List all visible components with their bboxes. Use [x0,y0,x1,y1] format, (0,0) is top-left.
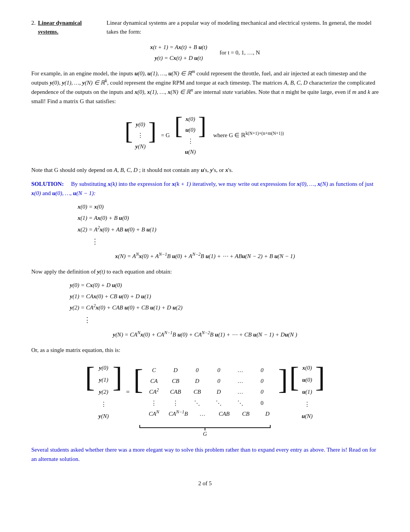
y2-eq: y(2) = CA2x(0) + CAB u(0) + CB u(1) + D … [70,303,379,312]
rhs-left-bracket: [ [175,114,183,158]
big-equals: = [126,387,129,397]
x2-eq: x(2) = A2x(0) + AB u(0) + B u(1) [78,225,379,234]
underbrace-line [139,425,271,428]
sys-row5: CAN CAN−1B … CAB CB D [147,410,274,418]
big-yN: y(N) [97,412,110,421]
c15: … [234,366,247,375]
big-y2: y(2) [97,388,110,396]
c52: CAN−1B [169,410,188,418]
y-equations: y(0) = Cx(0) + D u(0) y(1) = CAx(0) + CB… [70,281,379,326]
c14: 0 [212,366,226,375]
solution-text: By substituting x(k) into the expression… [31,181,373,196]
where-text: where G ∈ ℝk(N+1)×(n+m(N+1)) [213,131,284,140]
c26: 0 [255,377,269,386]
c31: CA2 [147,388,161,396]
u0-cell: u(0) [185,126,196,134]
c34: D [212,388,226,396]
rhs-x0: x(0) [302,364,313,372]
c25: … [234,377,247,386]
section-num-text: 2. [31,20,36,26]
c56: D [261,410,274,418]
rhs-uN: u(N) [302,412,313,421]
big-vdots1: ⋮ [97,400,110,409]
rhs-vec: [ x(0) u(0) ⋮ u(N) ] [175,114,206,158]
vd5: ⋱ [234,399,247,408]
solution-block: SOLUTION: By substituting x(k) into the … [31,179,379,198]
g-label-area: G [31,425,379,438]
sys-cells: C D 0 0 … 0 CA CB D 0 … 0 [144,365,278,420]
section-heading: 2. Linear dynamical systems. Linear dyna… [31,19,379,37]
lhs-y-cells: y(0) ⋮ y(N) [133,119,148,152]
c22: CB [169,377,183,386]
section-title: Linear dynamical systems. [38,19,97,37]
big-system-equation: [ y(0) y(1) y(2) ⋮ y(N) ] = [ C D 0 0 [31,362,379,422]
eq-yt: y(t) = Cx(t) + D u(t) [155,54,207,63]
big-y1: y(1) [97,376,110,384]
vd3: ⋱ [190,399,204,408]
yN-cell: y(N) [135,142,146,151]
c33: CB [190,388,204,396]
lhs-y-vec: [ y(0) ⋮ y(N) ] [125,119,156,152]
g-matrix-equation: [ y(0) ⋮ y(N) ] = G [ x(0) u(0) ⋮ u(N) ]… [31,114,379,158]
iter-x-equations: x(0) = x(0) x(1) = Ax(0) + B u(0) x(2) =… [78,202,379,247]
page-number: 2 of 5 [31,479,379,488]
c11: C [147,366,161,375]
big-lhs-rb: ] [112,362,122,422]
c23: D [190,377,204,386]
vdots-iter: ⋮ [91,236,379,247]
rhs-u0: u(0) [302,376,313,384]
rhs-right-bracket: ] [198,114,206,158]
c51: CAN [147,410,161,418]
single-matrix-paragraph: Or, as a single matrix equation, this is… [31,345,379,355]
vdots-cell2: ⋮ [185,137,196,146]
big-rhs-cells: x(0) u(0) u(1) ⋮ u(N) [300,362,315,422]
vdots-cell1: ⋮ [135,131,146,140]
y0-cell: y(0) [135,120,146,129]
section-intro: Linear dynamical systems are a popular w… [107,19,379,37]
c35: … [234,388,247,396]
big-rhs-rb: ] [315,362,325,422]
big-lhs-lb: [ [85,362,95,422]
g-symbol: G [203,430,207,438]
solution-label: SOLUTION: [31,181,64,187]
g-underbrace: G [139,425,271,438]
system-matrix: [ C D 0 0 … 0 CA CB D 0 … 0 [134,365,288,420]
for-t-text: for t = 0, 1, …, N [220,48,260,57]
big-rhs-lb: [ [290,362,299,422]
y1-eq: y(1) = CAx(0) + CB u(0) + D u(1) [70,292,379,301]
x0-cell: x(0) [185,115,196,124]
underbrace-mid [205,427,205,430]
lhs-right-bracket: ] [148,119,156,152]
rhs-cells: x(0) u(0) ⋮ u(N) [183,114,198,158]
vdots-y: ⋮ [84,315,379,326]
c16: 0 [255,366,269,375]
c21: CA [147,377,161,386]
uN-cell: u(N) [185,148,196,156]
c32: CAB [169,388,183,396]
rhs-u1: u(1) [302,388,313,396]
c55: CB [239,410,253,418]
sys-row4: ⋮ ⋮ ⋱ ⋱ ⋱ 0 [147,399,274,408]
lhs-left-bracket: [ [125,119,133,152]
big-lhs-y: [ y(0) y(1) y(2) ⋮ y(N) ] [85,362,122,422]
sys-row3: CA2 CAB CB D … 0 [147,388,274,396]
sys-rb: ] [278,365,288,420]
c54: CAB [217,410,231,418]
final-paragraph: Several students asked whether there was… [31,445,379,464]
vd1: ⋮ [147,399,161,408]
vd6: 0 [255,399,269,408]
vd2: ⋮ [169,399,183,408]
c13: 0 [190,366,204,375]
sys-lb: [ [134,365,143,420]
vd4: ⋱ [212,399,226,408]
x0-eq: x(0) = x(0) [78,202,379,211]
eq-xt1: x(t + 1) = Ax(t) + B u(t) [150,43,207,52]
sys-row2: CA CB D 0 … 0 [147,377,274,386]
rhs-vdots: ⋮ [302,400,313,409]
c12: D [169,366,183,375]
paragraph1: For example, in an engine model, the inp… [31,69,379,106]
big-y-cells: y(0) y(1) y(2) ⋮ y(N) [95,362,112,422]
sys-row1: C D 0 0 … 0 [147,366,274,375]
section-number: 2. [31,19,36,37]
x1-eq: x(1) = Ax(0) + B u(0) [78,214,379,223]
